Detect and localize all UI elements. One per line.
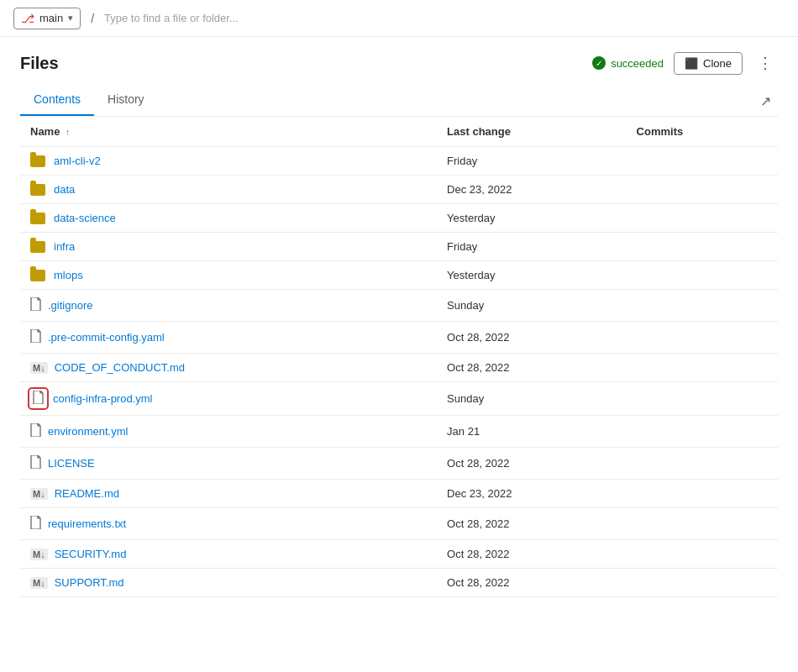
last-change-cell: Yesterday bbox=[437, 261, 627, 290]
last-change-cell: Oct 28, 2022 bbox=[437, 540, 627, 569]
commits-cell bbox=[627, 322, 778, 354]
last-change-cell: Oct 28, 2022 bbox=[437, 508, 627, 540]
table-row: requirements.txtOct 28, 2022 bbox=[20, 508, 778, 540]
column-header-commits: Commits bbox=[627, 117, 778, 147]
file-icon-wrapper bbox=[30, 390, 46, 407]
commits-cell bbox=[627, 354, 778, 382]
last-change-cell: Dec 23, 2022 bbox=[437, 480, 627, 508]
commits-cell bbox=[627, 261, 778, 290]
commits-cell bbox=[627, 290, 778, 322]
table-row: .pre-commit-config.yamlOct 28, 2022 bbox=[20, 322, 778, 354]
file-icon bbox=[30, 516, 41, 532]
file-name-link[interactable]: data bbox=[54, 183, 75, 196]
header-row: Files ✓ succeeded ⬛ Clone ⋮ bbox=[20, 50, 778, 76]
sort-indicator: ↑ bbox=[66, 128, 70, 137]
markdown-icon: M↓ bbox=[30, 488, 48, 500]
branch-selector[interactable]: ⎇ main ▾ bbox=[13, 8, 81, 29]
last-change-cell: Oct 28, 2022 bbox=[437, 354, 627, 382]
last-change-cell: Dec 23, 2022 bbox=[437, 176, 627, 204]
markdown-icon: M↓ bbox=[30, 549, 48, 560]
commits-cell bbox=[627, 147, 778, 176]
table-row: ▪data-scienceYesterday bbox=[20, 204, 778, 233]
table-row: ▪infraFriday bbox=[20, 233, 778, 261]
last-change-cell: Yesterday bbox=[437, 204, 627, 233]
commits-cell bbox=[627, 569, 778, 597]
expand-icon[interactable]: ↗ bbox=[753, 87, 778, 116]
clone-icon: ⬛ bbox=[685, 57, 698, 70]
status-label: succeeded bbox=[611, 57, 664, 70]
clone-button[interactable]: ⬛ Clone bbox=[674, 52, 743, 75]
table-row: ▪mlopsYesterday bbox=[20, 261, 778, 290]
file-icon bbox=[30, 455, 41, 471]
tab-contents[interactable]: Contents bbox=[20, 86, 94, 116]
commits-cell bbox=[627, 508, 778, 540]
table-row: environment.ymlJan 21 bbox=[20, 416, 778, 448]
top-bar: ⎇ main ▾ / Type to find a file or folder… bbox=[0, 0, 798, 37]
file-icon bbox=[30, 329, 41, 345]
column-header-name: Name ↑ bbox=[20, 117, 437, 147]
commits-cell bbox=[627, 416, 778, 448]
file-name-link[interactable]: .gitignore bbox=[48, 299, 92, 312]
file-name-link[interactable]: CODE_OF_CONDUCT.md bbox=[55, 361, 185, 374]
main-content: Files ✓ succeeded ⬛ Clone ⋮ Contents His… bbox=[0, 37, 798, 611]
file-icon bbox=[33, 391, 44, 407]
file-name-link[interactable]: aml-cli-v2 bbox=[54, 155, 101, 167]
file-name-link[interactable]: LICENSE bbox=[48, 457, 95, 470]
commits-cell bbox=[627, 204, 778, 233]
tab-history[interactable]: History bbox=[94, 86, 158, 116]
file-name-link[interactable]: mlops bbox=[54, 269, 83, 281]
status-check-icon: ✓ bbox=[592, 56, 606, 70]
file-name-link[interactable]: config-infra-prod.yml bbox=[53, 392, 153, 405]
file-table: Name ↑ Last change Commits ▪aml-cli-v2Fr… bbox=[20, 117, 778, 597]
file-name-link[interactable]: requirements.txt bbox=[48, 517, 126, 530]
header-actions: ✓ succeeded ⬛ Clone ⋮ bbox=[592, 50, 778, 76]
file-name-link[interactable]: SECURITY.md bbox=[55, 548, 127, 560]
table-row: ▪aml-cli-v2Friday bbox=[20, 147, 778, 176]
file-name-link[interactable]: environment.yml bbox=[48, 425, 128, 438]
commits-cell bbox=[627, 233, 778, 261]
table-row: config-infra-prod.ymlSunday bbox=[20, 382, 778, 416]
table-row: .gitignoreSunday bbox=[20, 290, 778, 322]
file-icon bbox=[30, 297, 41, 313]
page-title: Files bbox=[20, 54, 59, 73]
branch-icon: ⎇ bbox=[21, 12, 34, 25]
folder-icon: ▪ bbox=[30, 184, 45, 196]
markdown-icon: M↓ bbox=[30, 362, 48, 374]
table-row: ▪dataDec 23, 2022 bbox=[20, 176, 778, 204]
last-change-cell: Oct 28, 2022 bbox=[437, 448, 627, 480]
file-name-link[interactable]: .pre-commit-config.yaml bbox=[48, 331, 165, 344]
folder-icon: ▪ bbox=[30, 213, 45, 224]
table-header-row: Name ↑ Last change Commits bbox=[20, 117, 778, 147]
table-row: M↓SUPPORT.mdOct 28, 2022 bbox=[20, 569, 778, 597]
path-input[interactable]: Type to find a file or folder... bbox=[104, 12, 785, 24]
commits-cell bbox=[627, 540, 778, 569]
last-change-cell: Sunday bbox=[437, 290, 627, 322]
branch-label: main bbox=[39, 12, 63, 24]
last-change-cell: Jan 21 bbox=[437, 416, 627, 448]
status-badge: ✓ succeeded bbox=[592, 56, 664, 70]
commits-cell bbox=[627, 480, 778, 508]
file-name-link[interactable]: data-science bbox=[54, 212, 116, 224]
markdown-icon: M↓ bbox=[30, 577, 48, 589]
file-name-link[interactable]: SUPPORT.md bbox=[55, 576, 124, 589]
last-change-cell: Sunday bbox=[437, 382, 627, 416]
tabs: Contents History ↗ bbox=[20, 86, 778, 117]
last-change-cell: Oct 28, 2022 bbox=[437, 569, 627, 597]
table-row: M↓README.mdDec 23, 2022 bbox=[20, 480, 778, 508]
file-name-link[interactable]: README.md bbox=[55, 487, 119, 500]
column-header-last-change: Last change bbox=[437, 117, 627, 147]
more-options-button[interactable]: ⋮ bbox=[753, 50, 778, 76]
folder-icon: ▪ bbox=[30, 241, 45, 253]
file-name-link[interactable]: infra bbox=[54, 240, 75, 253]
folder-icon: ▪ bbox=[30, 270, 45, 281]
commits-cell bbox=[627, 448, 778, 480]
commits-cell bbox=[627, 176, 778, 204]
clone-label: Clone bbox=[703, 57, 732, 70]
commits-cell bbox=[627, 382, 778, 416]
last-change-cell: Friday bbox=[437, 233, 627, 261]
table-row: LICENSEOct 28, 2022 bbox=[20, 448, 778, 480]
table-row: M↓SECURITY.mdOct 28, 2022 bbox=[20, 540, 778, 569]
chevron-down-icon: ▾ bbox=[68, 13, 73, 24]
table-row: M↓CODE_OF_CONDUCT.mdOct 28, 2022 bbox=[20, 354, 778, 382]
folder-icon: ▪ bbox=[30, 155, 45, 167]
